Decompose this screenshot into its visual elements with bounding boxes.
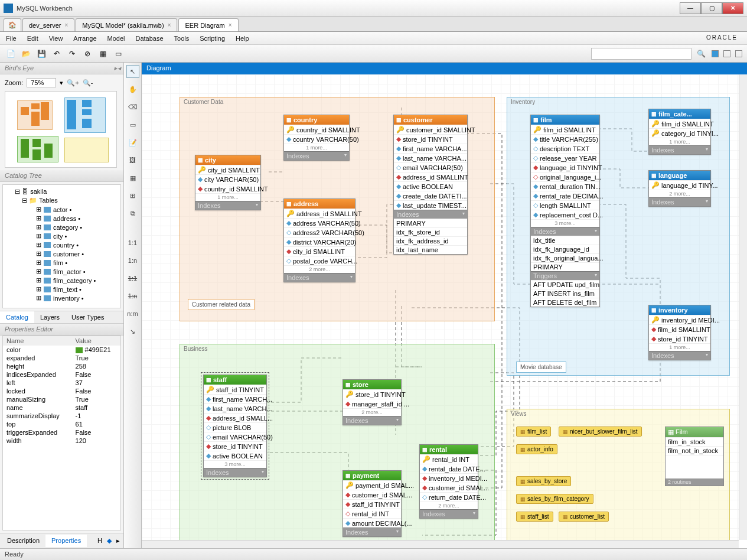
tree-table-item[interactable]: ⊞address • <box>5 214 118 223</box>
toggle-left-panel-icon[interactable] <box>712 50 719 57</box>
menu-view[interactable]: View <box>49 35 63 42</box>
view-actor-info[interactable]: actor_info <box>516 444 557 454</box>
new-file-icon[interactable]: 📄 <box>5 48 17 60</box>
close-button[interactable]: ✕ <box>722 2 743 14</box>
hand-tool-icon[interactable]: ✋ <box>126 83 139 96</box>
zoom-in-icon[interactable]: 🔍+ <box>67 79 79 87</box>
properties-grid[interactable]: NameValue color#499E21expandedTrueheight… <box>2 336 121 530</box>
tree-table-item[interactable]: ⊞film_actor • <box>5 267 118 276</box>
view-customer-list[interactable]: customer_list <box>559 512 609 522</box>
rel-1-1-icon[interactable]: 1:1 <box>126 236 139 249</box>
tab-eer-diagram[interactable]: EER Diagram× <box>178 18 238 31</box>
tree-table-item[interactable]: ⊞city • <box>5 232 118 240</box>
table-film[interactable]: film 🔑film_id SMALLINT ◆title VARCHAR(25… <box>530 115 600 307</box>
tree-table-item[interactable]: ⊞film • <box>5 258 118 267</box>
minimize-button[interactable]: — <box>680 2 701 14</box>
property-row[interactable]: lockedFalse <box>3 387 120 395</box>
table-rental[interactable]: rental 🔑rental_id INT ◆rental_date DATE.… <box>419 444 478 519</box>
view-sales-by-film-category[interactable]: sales_by_film_category <box>516 494 593 504</box>
property-row[interactable]: top61 <box>3 420 120 428</box>
routine-group-film[interactable]: Film film_in_stock film_not_in_stock 2 r… <box>665 426 724 486</box>
table-country[interactable]: country 🔑country_id SMALLINT ◆country VA… <box>283 115 350 161</box>
menu-tools[interactable]: Tools <box>174 35 190 42</box>
property-row[interactable]: width120 <box>3 437 120 445</box>
property-row[interactable]: expandedTrue <box>3 354 120 362</box>
layer-caption-inventory[interactable]: Movie database <box>516 362 566 373</box>
panetab-properties[interactable]: Properties <box>45 535 87 547</box>
rel-1-n-dash-icon[interactable]: 1:n <box>126 289 139 302</box>
tab-mysql-model[interactable]: MySQL Model* (sakila.mwb)× <box>76 18 177 31</box>
diagram-canvas[interactable]: Customer Data Customer related data Inve… <box>142 74 739 540</box>
menu-scripting[interactable]: Scripting <box>200 35 225 42</box>
open-file-icon[interactable]: 📂 <box>20 48 32 60</box>
tree-table-item[interactable]: ⊞inventory • <box>5 294 118 302</box>
next-icon[interactable]: ▸ <box>114 535 122 547</box>
table-inventory[interactable]: inventory 🔑inventory_id MEDI... ◆film_id… <box>648 305 711 360</box>
table-language[interactable]: language 🔑language_id TINY... 2 more... … <box>648 170 711 207</box>
panetab-layers[interactable]: Layers <box>34 311 66 323</box>
property-row[interactable]: color#499E21 <box>3 346 120 354</box>
prev-icon[interactable]: ◆ <box>105 535 114 547</box>
table-customer[interactable]: customer 🔑customer_id SMALLINT ◆store_id… <box>393 115 468 255</box>
tree-table-item[interactable]: ⊞film_text • <box>5 285 118 294</box>
rel-1-1-dash-icon[interactable]: 1:1 <box>126 272 139 285</box>
grid-icon[interactable]: ▦ <box>97 48 109 60</box>
rel-place-icon[interactable]: ↘ <box>126 325 139 338</box>
pointer-tool-icon[interactable]: ↖ <box>126 65 139 78</box>
menu-edit[interactable]: Edit <box>27 35 38 42</box>
property-row[interactable]: left37 <box>3 379 120 387</box>
panetab-catalog[interactable]: Catalog <box>0 311 34 323</box>
maximize-button[interactable]: ▢ <box>701 2 722 14</box>
collapse-icon[interactable]: ▸◂ <box>114 64 121 72</box>
table-address[interactable]: address 🔑address_id SMALLINT ◆address VA… <box>283 198 355 282</box>
redo-icon[interactable]: ↷ <box>66 48 78 60</box>
property-row[interactable]: namestaff <box>3 403 120 412</box>
menu-database[interactable]: Database <box>135 35 163 42</box>
zoom-dropdown-icon[interactable]: ▾ <box>60 79 63 87</box>
layer-caption-customer[interactable]: Customer related data <box>188 299 255 310</box>
rel-1-n-icon[interactable]: 1:n <box>126 254 139 267</box>
tree-tables-folder[interactable]: ⊟ 📁 Tables <box>5 196 118 205</box>
close-icon[interactable]: × <box>168 22 171 28</box>
search-icon[interactable]: 🔍 <box>695 48 707 60</box>
tab-dev-server[interactable]: dev_server× <box>22 18 74 31</box>
view-tool-icon[interactable]: ⊞ <box>126 189 139 202</box>
toggle-bottom-panel-icon[interactable] <box>723 50 730 57</box>
validate-icon[interactable]: ⊘ <box>81 48 93 60</box>
panetab-description[interactable]: Description <box>1 535 45 547</box>
tree-table-item[interactable]: ⊞customer • <box>5 249 118 258</box>
tree-schema[interactable]: ⊟ 🗄 sakila <box>5 187 118 196</box>
layer-tool-icon[interactable]: ▭ <box>126 118 139 131</box>
view-nicer-but-slower[interactable]: nicer_but_slower_film_list <box>559 426 642 437</box>
menu-arrange[interactable]: Arrange <box>73 35 96 42</box>
view-staff-list[interactable]: staff_list <box>516 512 553 522</box>
property-row[interactable]: height258 <box>3 362 120 370</box>
table-payment[interactable]: payment 🔑payment_id SMAL... ◆customer_id… <box>342 470 402 537</box>
horizontal-scrollbar[interactable] <box>142 540 739 548</box>
table-store[interactable]: store 🔑store_id TINYINT ◆manager_staff_i… <box>342 379 402 425</box>
catalog-tree[interactable]: ⊟ 🗄 sakila ⊟ 📁 Tables ⊞actor •⊞address •… <box>2 184 121 308</box>
table-staff[interactable]: staff 🔑staff_id TINYINT ◆first_name VARC… <box>203 375 267 477</box>
menu-model[interactable]: Model <box>107 35 125 42</box>
menu-file[interactable]: File <box>6 35 17 42</box>
birds-eye-overview[interactable] <box>5 91 117 168</box>
eraser-tool-icon[interactable]: ⌫ <box>126 100 139 113</box>
table-city[interactable]: city 🔑city_id SMALLINT ◆city VARCHAR(50)… <box>195 155 261 210</box>
align-icon[interactable]: ▭ <box>112 48 124 60</box>
tree-table-item[interactable]: ⊞category • <box>5 223 118 232</box>
property-row[interactable]: triggersExpandedFalse <box>3 428 120 437</box>
note-tool-icon[interactable]: 📝 <box>126 136 139 149</box>
home-tab[interactable]: 🏠 <box>4 18 21 31</box>
tree-table-item[interactable]: ⊞film_category • <box>5 276 118 285</box>
property-row[interactable]: summarizeDisplay-1 <box>3 412 120 420</box>
search-input[interactable] <box>591 48 691 60</box>
panetab-user-types[interactable]: User Types <box>66 311 110 323</box>
close-icon[interactable]: × <box>229 22 232 28</box>
table-tool-icon[interactable]: ▦ <box>126 171 139 184</box>
zoom-value[interactable]: 75% <box>27 78 56 87</box>
menu-help[interactable]: Help <box>236 35 249 42</box>
table-film-category[interactable]: film_cate... 🔑film_id SMALLINT 🔑category… <box>648 109 711 155</box>
view-film-list[interactable]: film_list <box>516 426 551 437</box>
save-icon[interactable]: 💾 <box>35 48 47 60</box>
close-icon[interactable]: × <box>64 22 68 28</box>
